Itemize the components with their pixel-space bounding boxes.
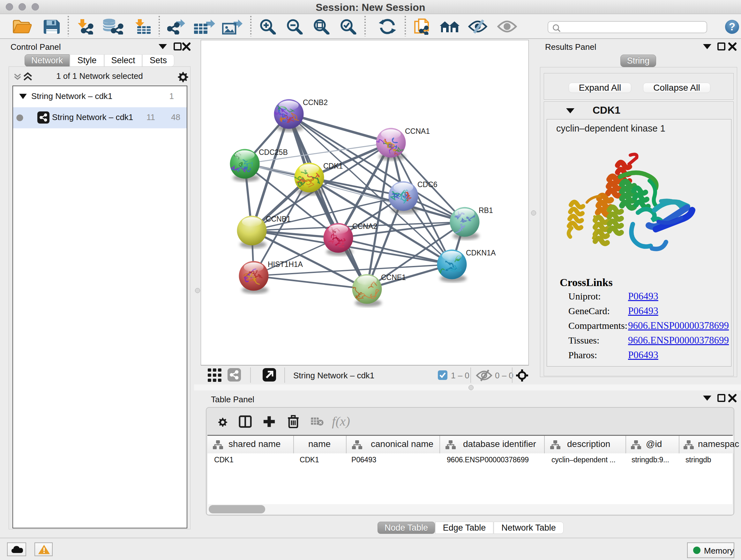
svg-text:CDKN1A: CDKN1A — [466, 249, 496, 257]
svg-text:CCNA2: CCNA2 — [352, 222, 377, 231]
svg-text:RB1: RB1 — [479, 206, 493, 214]
svg-text:CCNA1: CCNA1 — [405, 127, 430, 135]
svg-text:CCNE1: CCNE1 — [381, 273, 406, 282]
svg-text:CCNB2: CCNB2 — [303, 98, 328, 107]
svg-text:CDK1: CDK1 — [323, 162, 343, 170]
svg-text:HIST1H1A: HIST1H1A — [268, 260, 303, 268]
svg-text:CDC25B: CDC25B — [259, 148, 288, 157]
svg-text:CCNB1: CCNB1 — [266, 215, 291, 223]
svg-text:CDC6: CDC6 — [417, 180, 437, 189]
